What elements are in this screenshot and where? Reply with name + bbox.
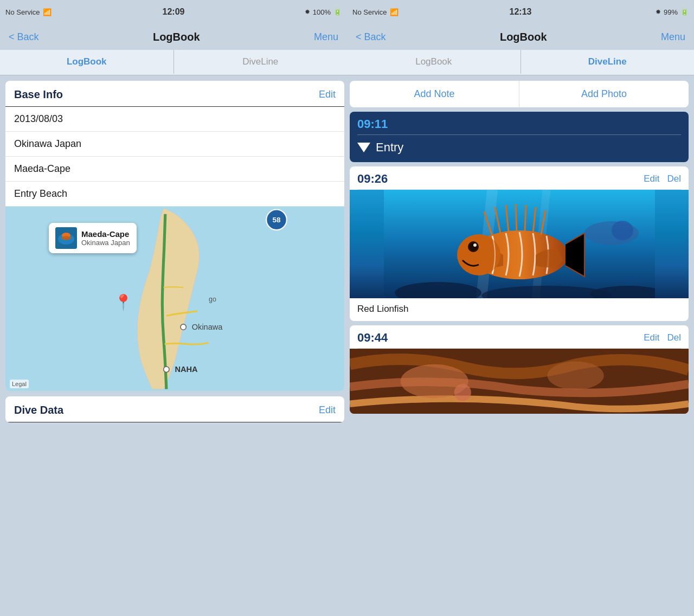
timeline-entry-card: 09:11 Entry: [350, 112, 689, 162]
nav-title-right: LogBook: [500, 31, 547, 43]
photo-caption-1: Red Lionfish: [350, 298, 689, 321]
base-info-card: Base Info Edit 2013/08/03 Okinawa Japan …: [5, 81, 344, 391]
preview-del-button-2[interactable]: Del: [667, 332, 681, 343]
battery-pct-right: 99%: [664, 8, 678, 16]
svg-line-19: [516, 204, 517, 232]
base-info-title: Base Info: [14, 88, 63, 101]
base-info-header: Base Info Edit: [5, 81, 344, 107]
svg-point-34: [548, 362, 604, 390]
left-panel: Base Info Edit 2013/08/03 Okinawa Japan …: [5, 81, 344, 611]
photo-edit-button-1[interactable]: Edit: [644, 174, 659, 184]
svg-text:Okinawa: Okinawa: [192, 323, 223, 331]
wifi-icon-right: 📶: [390, 8, 399, 16]
menu-button-right[interactable]: Menu: [661, 31, 685, 43]
time-left: 12:09: [163, 7, 185, 17]
dive-data-header: Dive Data Edit: [5, 396, 344, 422]
bluetooth-icon-left: ✸: [305, 8, 310, 16]
timeline-label-row-1: Entry: [350, 135, 689, 162]
battery-pct-left: 100%: [313, 8, 331, 16]
back-button-left[interactable]: < Back: [9, 31, 39, 43]
photo-del-button-1[interactable]: Del: [667, 174, 681, 184]
map-callout: Maeda-Cape Okinawa Japan: [49, 223, 137, 253]
preview-card-2: 09:44 Edit Del: [350, 325, 689, 414]
bluetooth-icon-right: ✸: [656, 8, 661, 16]
timeline-label-1: Entry: [376, 140, 403, 155]
tab-section-right: LogBook DiveLine: [347, 50, 694, 75]
main-content: Base Info Edit 2013/08/03 Okinawa Japan …: [0, 75, 694, 616]
tab-section-left: LogBook DiveLine: [0, 50, 347, 75]
callout-text: Maeda-Cape Okinawa Japan: [81, 229, 130, 247]
battery-icon-right: 🔋: [680, 8, 689, 16]
svg-line-20: [525, 205, 526, 232]
photo-card-header-1: 09:26 Edit Del: [350, 166, 689, 189]
map-legal: Legal: [10, 380, 29, 388]
tab-logbook-right[interactable]: LogBook: [347, 50, 521, 74]
back-button-right[interactable]: < Back: [356, 31, 386, 43]
svg-point-29: [473, 243, 477, 247]
location2-row: Maeda-Cape: [5, 157, 344, 182]
svg-point-4: [164, 367, 169, 372]
nav-bars: < Back LogBook Menu < Back LogBook Menu: [0, 24, 694, 50]
photo-card-1: 09:26 Edit Del: [350, 166, 689, 321]
timeline-time-row-1: 09:11: [350, 112, 689, 134]
svg-text:NAHA: NAHA: [175, 365, 198, 374]
preview-header-2: 09:44 Edit Del: [350, 325, 689, 348]
left-status-right: No Service 📶: [352, 8, 510, 16]
map-pin: 📍: [114, 293, 133, 311]
status-bar-right: No Service 📶 12:13 ✸ 99% 🔋: [347, 0, 694, 24]
dive-data-edit-button[interactable]: Edit: [319, 405, 336, 416]
preview-time-2: 09:44: [357, 331, 388, 345]
callout-thumbnail: [55, 227, 77, 249]
add-note-button[interactable]: Add Note: [350, 81, 519, 107]
photo-time-1: 09:26: [357, 172, 388, 186]
no-service-right: No Service: [352, 8, 387, 16]
date-row: 2013/08/03: [5, 107, 344, 132]
lionfish-svg: [384, 190, 655, 298]
tab-logbook-left[interactable]: LogBook: [0, 50, 174, 74]
callout-sub: Okinawa Japan: [81, 239, 130, 247]
time-right: 12:13: [510, 7, 532, 17]
base-info-edit-button[interactable]: Edit: [319, 89, 336, 100]
preview-actions-2: Edit Del: [644, 332, 681, 343]
right-status-right: ✸ 99% 🔋: [531, 8, 689, 16]
tab-bars: LogBook DiveLine LogBook DiveLine: [0, 50, 694, 75]
photo-actions-1: Edit Del: [644, 174, 681, 184]
action-buttons: Add Note Add Photo: [350, 81, 689, 107]
entry-type-row: Entry Beach: [5, 182, 344, 207]
svg-point-3: [181, 324, 186, 330]
right-panel: Add Note Add Photo 09:11 Entry 09:26 Edi…: [350, 81, 689, 611]
nav-bar-right: < Back LogBook Menu: [347, 24, 694, 50]
preview-edit-button-2[interactable]: Edit: [644, 332, 659, 343]
dive-data-card: Dive Data Edit: [5, 396, 344, 422]
tab-diveline-left[interactable]: DiveLine: [174, 50, 348, 74]
tab-diveline-right[interactable]: DiveLine: [521, 50, 695, 74]
left-status-left: No Service 📶: [5, 8, 163, 16]
svg-point-35: [454, 384, 471, 401]
menu-button-left[interactable]: Menu: [314, 31, 338, 43]
map-area[interactable]: 58 Okinawa NAHA go 📍: [5, 207, 344, 391]
status-bars: No Service 📶 12:09 ✸ 100% 🔋 No Service 📶…: [0, 0, 694, 24]
timeline-time-1: 09:11: [357, 117, 388, 131]
wifi-icon-left: 📶: [43, 8, 52, 16]
photo-image-1: [350, 190, 689, 298]
callout-title: Maeda-Cape: [81, 229, 130, 239]
svg-point-31: [612, 221, 633, 240]
svg-text:58: 58: [272, 216, 281, 224]
dive-data-title: Dive Data: [14, 404, 63, 416]
preview-image-2: [350, 349, 689, 414]
battery-icon-left: 🔋: [333, 8, 342, 16]
location1-row: Okinawa Japan: [5, 132, 344, 157]
nav-bar-left: < Back LogBook Menu: [0, 24, 347, 50]
right-status-left: ✸ 100% 🔋: [184, 8, 342, 16]
svg-text:go: go: [209, 296, 216, 303]
triangle-icon: [357, 143, 370, 152]
status-bar-left: No Service 📶 12:09 ✸ 100% 🔋: [0, 0, 347, 24]
nav-title-left: LogBook: [153, 31, 200, 43]
add-photo-button[interactable]: Add Photo: [519, 81, 689, 107]
no-service-left: No Service: [5, 8, 40, 16]
